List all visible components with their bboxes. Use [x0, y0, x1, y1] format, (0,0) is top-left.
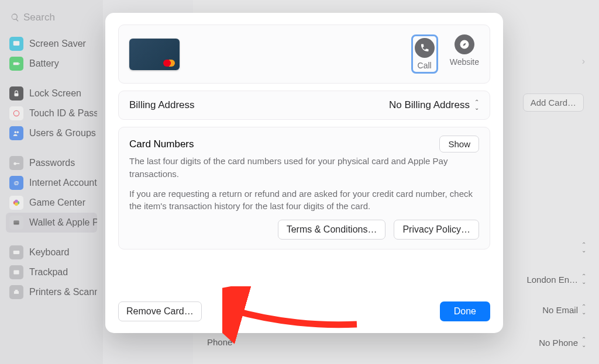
card-numbers-desc-1: The last four digits of the card numbers… — [129, 155, 479, 181]
website-label: Website — [450, 57, 479, 67]
updown-icon: ⌃⌄ — [474, 99, 479, 111]
card-numbers-section: Card Numbers Show The last four digits o… — [118, 127, 490, 249]
phone-icon — [415, 38, 435, 58]
done-button[interactable]: Done — [440, 301, 490, 321]
card-numbers-desc-2: If you are requesting a return or refund… — [129, 188, 479, 213]
compass-icon — [455, 34, 474, 54]
card-artwork — [129, 39, 180, 70]
card-numbers-title: Card Numbers — [129, 138, 194, 150]
card-details-modal: Call Website Billing Address No Billing … — [105, 13, 503, 333]
call-label: Call — [418, 61, 432, 70]
billing-address-row[interactable]: Billing Address No Billing Address ⌃⌄ — [118, 91, 490, 120]
billing-label: Billing Address — [129, 99, 195, 111]
card-header-section: Call Website — [118, 25, 490, 84]
privacy-button[interactable]: Privacy Policy… — [394, 220, 479, 240]
billing-value: No Billing Address — [389, 99, 470, 111]
call-button[interactable]: Call — [411, 34, 438, 74]
terms-button[interactable]: Terms & Conditions… — [278, 220, 386, 240]
remove-card-button[interactable]: Remove Card… — [118, 301, 202, 321]
website-button[interactable]: Website — [450, 34, 479, 74]
show-button[interactable]: Show — [439, 136, 479, 152]
